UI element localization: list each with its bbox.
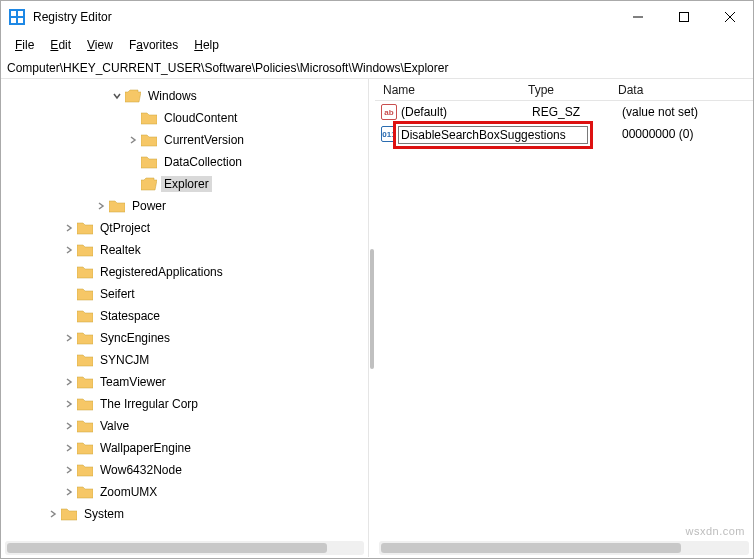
close-button[interactable] [707,1,753,33]
tree-node-cloudcontent[interactable]: CloudContent [1,107,368,129]
chevron-right-icon[interactable] [125,136,141,144]
minimize-button[interactable] [615,1,661,33]
chevron-right-icon[interactable] [61,224,77,232]
menu-view[interactable]: View [81,36,119,54]
chevron-right-icon[interactable] [61,246,77,254]
tree-label: QtProject [97,220,153,236]
chevron-down-icon[interactable] [109,92,125,100]
folder-icon [77,375,93,389]
value-row-default[interactable]: ab (Default) REG_SZ (value not set) [375,101,753,123]
folder-icon [141,155,157,169]
tree-label: ZoomUMX [97,484,160,500]
tree-node-qtproject[interactable]: QtProject [1,217,368,239]
tree-label: CloudContent [161,110,240,126]
folder-icon [77,419,93,433]
window-title: Registry Editor [33,10,615,24]
tree-node-windows[interactable]: Windows [1,85,368,107]
tree-node-irregular[interactable]: The Irregular Corp [1,393,368,415]
tree-label: Realtek [97,242,144,258]
tree-label: Wow6432Node [97,462,185,478]
chevron-right-icon[interactable] [61,466,77,474]
tree-label: Valve [97,418,132,434]
tree-node-realtek[interactable]: Realtek [1,239,368,261]
folder-icon [77,463,93,477]
titlebar: Registry Editor [1,1,753,33]
values-hscrollbar[interactable] [379,541,749,555]
chevron-right-icon[interactable] [45,510,61,518]
folder-icon [77,485,93,499]
tree-node-valve[interactable]: Valve [1,415,368,437]
tree-node-statespace[interactable]: Statespace [1,305,368,327]
cell-data: 00000000 (0) [622,127,753,141]
cell-type: REG_SZ [532,105,622,119]
chevron-right-icon[interactable] [61,378,77,386]
regedit-icon [9,9,25,25]
tree-label: Statespace [97,308,163,324]
folder-icon [77,441,93,455]
tree-label: Explorer [161,176,212,192]
value-row-editing[interactable]: 011 00000000 (0) [375,123,753,145]
tree-node-explorer[interactable]: Explorer [1,173,368,195]
tree-node-syncengines[interactable]: SyncEngines [1,327,368,349]
chevron-right-icon[interactable] [61,422,77,430]
cell-data: (value not set) [622,105,753,119]
folder-open-icon [125,89,141,103]
chevron-right-icon[interactable] [61,444,77,452]
folder-icon [77,243,93,257]
values-pane: Name Type Data ab (Default) REG_SZ (valu… [375,79,753,557]
list-header: Name Type Data [375,79,753,101]
folder-icon [77,353,93,367]
folder-icon [77,265,93,279]
rename-highlight [393,121,593,149]
folder-icon [141,111,157,125]
column-data[interactable]: Data [610,81,753,99]
tree-label: System [81,506,127,522]
tree-node-zoom[interactable]: ZoomUMX [1,481,368,503]
tree-node-teamviewer[interactable]: TeamViewer [1,371,368,393]
tree-label: The Irregular Corp [97,396,201,412]
tree-label: TeamViewer [97,374,169,390]
chevron-right-icon[interactable] [61,400,77,408]
folder-icon [77,221,93,235]
chevron-right-icon[interactable] [61,488,77,496]
menu-help[interactable]: Help [188,36,225,54]
string-value-icon: ab [381,104,397,120]
folder-icon [77,309,93,323]
menubar: File Edit View Favorites Help [1,33,753,57]
maximize-button[interactable] [661,1,707,33]
svg-rect-3 [11,18,16,23]
tree-node-datacollection[interactable]: DataCollection [1,151,368,173]
tree-pane: Windows CloudContent CurrentVersion Data… [1,79,369,557]
address-bar[interactable]: Computer\HKEY_CURRENT_USER\Software\Poli… [1,57,753,79]
tree-label: RegisteredApplications [97,264,226,280]
tree-label: Power [129,198,169,214]
tree-hscrollbar[interactable] [5,541,364,555]
svg-rect-6 [680,13,689,22]
watermark: wsxdn.com [685,525,745,537]
tree-label: DataCollection [161,154,245,170]
tree-label: SyncEngines [97,330,173,346]
menu-favorites[interactable]: Favorites [123,36,184,54]
tree-node-syncjm[interactable]: SYNCJM [1,349,368,371]
cell-name: (Default) [401,105,532,119]
tree-node-wow64[interactable]: Wow6432Node [1,459,368,481]
column-type[interactable]: Type [520,81,610,99]
folder-icon [77,397,93,411]
tree-label: Windows [145,88,200,104]
menu-file[interactable]: File [9,36,40,54]
chevron-right-icon[interactable] [61,334,77,342]
tree-node-system[interactable]: System [1,503,368,525]
svg-rect-4 [18,18,23,23]
column-name[interactable]: Name [375,81,520,99]
tree-label: CurrentVersion [161,132,247,148]
folder-icon [77,331,93,345]
tree-node-regapps[interactable]: RegisteredApplications [1,261,368,283]
tree-node-currentversion[interactable]: CurrentVersion [1,129,368,151]
tree-node-seifert[interactable]: Seifert [1,283,368,305]
value-rename-input[interactable] [398,126,588,144]
tree-node-wallpaper[interactable]: WallpaperEngine [1,437,368,459]
folder-icon [141,133,157,147]
menu-edit[interactable]: Edit [44,36,77,54]
tree-node-power[interactable]: Power [1,195,368,217]
chevron-right-icon[interactable] [93,202,109,210]
